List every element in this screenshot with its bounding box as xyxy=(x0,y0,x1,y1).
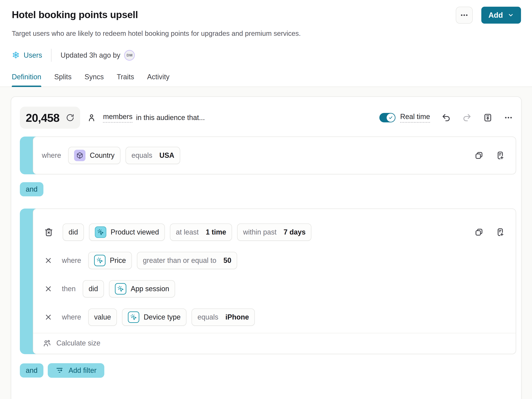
card-more-button[interactable] xyxy=(504,113,513,122)
operator-value-chip[interactable]: greater than or equal to 50 xyxy=(137,252,237,269)
add-button[interactable]: Add xyxy=(481,7,521,24)
condition-actions xyxy=(475,228,507,237)
add-filter-button[interactable]: Add filter xyxy=(48,363,104,378)
page-description: Target users who are likely to redeem ho… xyxy=(12,30,521,37)
calculate-size-button[interactable]: Calculate size xyxy=(33,333,516,354)
window-value: 7 days xyxy=(284,228,305,236)
updated-text: Updated 3h ago by xyxy=(61,51,120,59)
add-note-button[interactable] xyxy=(495,151,504,160)
members-link[interactable]: members xyxy=(103,112,133,123)
toggle-knob xyxy=(387,113,395,122)
value-label: USA xyxy=(159,151,174,160)
avatar[interactable]: DM xyxy=(124,50,135,61)
property-label: Price xyxy=(110,256,126,265)
cursor-click-icon xyxy=(95,226,106,238)
refresh-button[interactable] xyxy=(66,113,74,122)
remove-row-button[interactable] xyxy=(44,313,52,321)
property-label: Device type xyxy=(144,313,181,321)
condition-keyword: then xyxy=(62,285,76,293)
redo-button[interactable] xyxy=(462,113,472,122)
tab-definition[interactable]: Definition xyxy=(12,73,41,87)
audience-toolbar: 20,458 members in this audience that... xyxy=(20,107,516,129)
header: Hotel booking points upsell Add Target u… xyxy=(0,0,532,87)
users-icon xyxy=(43,339,51,347)
event-label: Product viewed xyxy=(111,228,159,236)
property-chip-price[interactable]: Price xyxy=(88,252,132,269)
audience-definition-card: 20,458 members in this audience that... xyxy=(11,96,522,399)
tab-traits[interactable]: Traits xyxy=(117,73,134,87)
tab-syncs[interactable]: Syncs xyxy=(84,73,104,87)
value-label: 50 xyxy=(223,256,231,265)
cursor-click-icon xyxy=(94,255,106,266)
chevron-down-icon xyxy=(508,12,514,18)
condition-keyword: where xyxy=(62,313,81,321)
time-window-chip[interactable]: within past 7 days xyxy=(237,223,311,241)
operator-value-chip[interactable]: equals USA xyxy=(126,147,180,164)
condition-row: where Country equals USA xyxy=(42,147,507,164)
ellipsis-icon xyxy=(504,113,513,122)
and-operator-badge[interactable]: and xyxy=(20,363,44,378)
did-chip[interactable]: did xyxy=(83,280,104,297)
bottom-actions: and Add filter xyxy=(20,363,516,378)
realtime-label[interactable]: Real time xyxy=(400,112,430,123)
realtime-toggle[interactable] xyxy=(379,113,395,122)
tab-splits[interactable]: Splits xyxy=(54,73,71,87)
event-condition-row: did Product viewed at least 1 time xyxy=(44,223,507,241)
condition-card: where Country equals USA xyxy=(33,137,516,174)
meta-row: ❄ Users Updated 3h ago by DM xyxy=(12,49,521,62)
and-operator-badge[interactable]: and xyxy=(20,182,44,196)
close-icon xyxy=(44,256,52,265)
header-top-row: Hotel booking points upsell Add xyxy=(12,7,521,24)
export-button[interactable] xyxy=(483,113,493,122)
condition-card: did Product viewed at least 1 time xyxy=(33,209,516,354)
tab-activity[interactable]: Activity xyxy=(147,73,170,87)
tab-label: Syncs xyxy=(84,73,104,81)
event-chip-product-viewed[interactable]: Product viewed xyxy=(89,223,165,241)
close-icon xyxy=(44,313,52,321)
operator-value-chip[interactable]: equals iPhone xyxy=(191,308,255,326)
did-chip[interactable]: did xyxy=(63,223,84,241)
close-icon xyxy=(44,285,52,293)
filter-plus-icon xyxy=(56,366,63,374)
condition-keyword: where xyxy=(62,256,81,265)
attribute-chip-country[interactable]: Country xyxy=(68,147,120,164)
window-operator: within past xyxy=(243,228,276,236)
condition-group-1: where Country equals USA xyxy=(20,137,516,174)
add-filter-label: Add filter xyxy=(69,366,96,375)
tab-label: Traits xyxy=(117,73,134,81)
calculate-size-label: Calculate size xyxy=(56,339,100,347)
members-suffix: in this audience that... xyxy=(136,113,205,122)
duplicate-condition-button[interactable] xyxy=(475,151,483,160)
duplicate-condition-button[interactable] xyxy=(475,228,483,237)
undo-button[interactable] xyxy=(441,113,451,122)
operator-label: equals xyxy=(197,313,218,321)
header-actions: Add xyxy=(456,7,521,24)
event-condition-row: where value Device type xyxy=(44,308,507,326)
more-options-button[interactable] xyxy=(456,7,473,24)
cursor-click-icon xyxy=(115,283,126,294)
remove-row-button[interactable] xyxy=(44,256,52,265)
trash-icon xyxy=(44,228,53,237)
event-chip-app-session[interactable]: App session xyxy=(109,280,175,297)
main-content: 20,458 members in this audience that... xyxy=(0,87,532,399)
did-label: did xyxy=(69,228,78,236)
operator-label: greater than or equal to xyxy=(143,256,216,265)
condition-actions xyxy=(475,151,507,160)
copy-icon xyxy=(475,151,483,160)
note-add-icon xyxy=(495,228,504,237)
entity-type-link[interactable]: Users xyxy=(24,51,42,59)
frequency-chip[interactable]: at least 1 time xyxy=(170,223,232,241)
remove-row-button[interactable] xyxy=(44,285,52,293)
export-icon xyxy=(483,113,493,122)
person-icon xyxy=(87,113,96,122)
property-chip-device-type[interactable]: Device type xyxy=(122,308,186,326)
note-add-icon xyxy=(495,151,504,160)
cursor-click-icon xyxy=(128,311,139,323)
add-note-button[interactable] xyxy=(495,228,504,237)
event-label: App session xyxy=(131,285,169,293)
did-label: did xyxy=(89,285,98,293)
value-chip[interactable]: value xyxy=(88,308,117,326)
delete-condition-button[interactable] xyxy=(44,228,53,237)
tab-label: Splits xyxy=(54,73,71,81)
member-count-pill: 20,458 xyxy=(20,107,80,129)
